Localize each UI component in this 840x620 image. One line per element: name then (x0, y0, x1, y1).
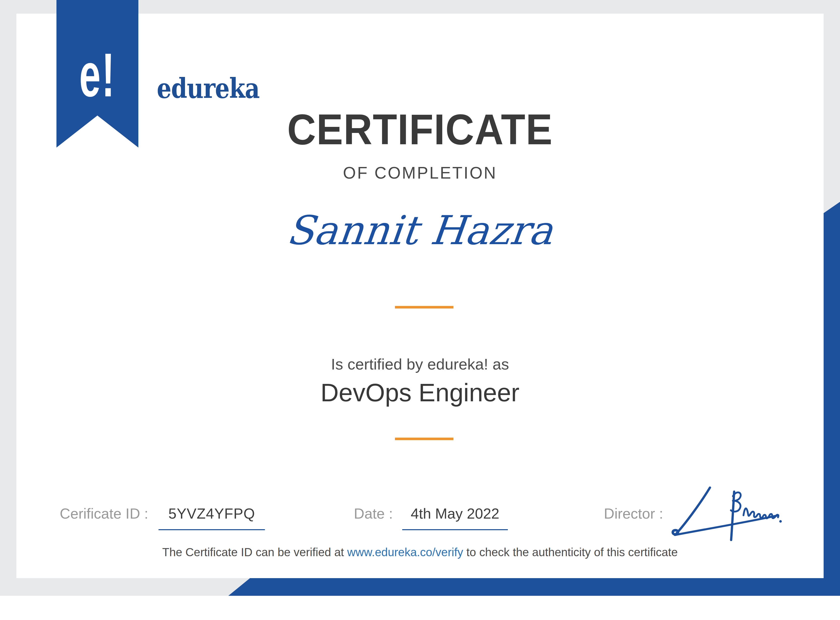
verification-note-prefix: The Certificate ID can be verified at (162, 546, 347, 559)
edureka-logo-mark-icon: e! (57, 44, 138, 106)
certified-line: Is certified by edureka! as (16, 357, 824, 372)
frame-right-strip-blue (824, 202, 840, 596)
divider-bottom (395, 438, 453, 440)
date-label: Date : (354, 506, 393, 521)
frame-bottom-band-grey (0, 578, 251, 596)
certificate-id-label: Cerificate ID : (60, 506, 148, 521)
certificate-page: e! edureka CERTIFICATE OF COMPLETION San… (0, 0, 840, 620)
date-underline (402, 529, 508, 530)
certificate-id-underline (159, 529, 265, 530)
course-title: DevOps Engineer (16, 380, 824, 405)
logo-mark-text: e! (79, 44, 116, 106)
verification-note: The Certificate ID can be verified at ww… (16, 545, 824, 559)
date-value: 4th May 2022 (402, 506, 508, 521)
recipient-name: Sannit Hazra (14, 211, 826, 250)
certificate-id-value: 5YVZ4YFPQ (159, 506, 265, 521)
frame-right-strip-grey (824, 0, 840, 213)
director-signature-icon (668, 483, 786, 541)
frame-left-strip (0, 0, 16, 596)
verification-note-suffix: to check the authenticity of this certif… (463, 546, 678, 559)
director-label: Director : (604, 506, 663, 521)
edureka-wordmark: edureka (157, 75, 260, 102)
divider-top (395, 306, 453, 308)
certificate-title: CERTIFICATE (45, 108, 795, 151)
certificate-subtitle: OF COMPLETION (16, 164, 824, 181)
verify-link[interactable]: www.edureka.co/verify (347, 546, 463, 559)
frame-bottom-band-blue (228, 578, 840, 596)
